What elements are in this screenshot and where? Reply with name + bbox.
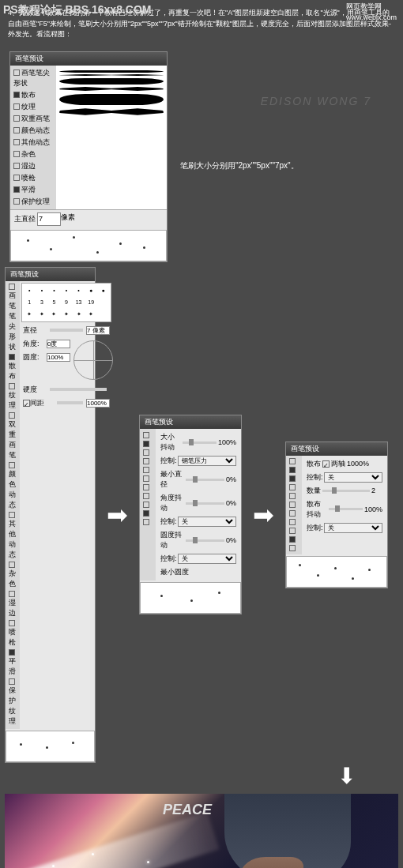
brush-tip-grid[interactable]: •••••●● 13591319 ✦✦✦✦✦✦ (21, 283, 111, 322)
brush-note: 笔刷大小分别用"2px""5px""7px"。 (177, 157, 302, 175)
diameter-input[interactable] (37, 212, 61, 226)
diameter-label: 主直径 (13, 212, 37, 226)
brush-stroke-preview (56, 66, 167, 209)
brush-tip-panel: 画笔预设 画笔笔尖形状 散布 纹理 双重画笔 颜色动态 其他动态 杂色 湿边 喷… (5, 267, 96, 763)
brush-scatter-preview (10, 230, 167, 261)
shape-dynamics-panel: 画笔预设 大小抖动100% 控制:钢笔压力 最小直径0% 角度抖动0% 控制:关… (139, 415, 242, 614)
site-overlay: PS教程论坛 BBS.16xx8.COM (3, 2, 152, 18)
arrow-right-icon: ➡ (247, 494, 281, 536)
watermark-top: 网页教学网www.webjx.com (346, 2, 397, 23)
diameter-unit: 像素 (61, 212, 75, 226)
panel-title: 画笔预设 (10, 52, 167, 66)
brush-options-list[interactable]: 画笔笔尖形状 散布 纹理 双重画笔 颜色动态 其他动态 杂色 湿边 喷枪 平滑 … (10, 66, 56, 209)
tip-diameter[interactable] (86, 326, 110, 335)
tip-options[interactable]: 画笔笔尖形状 散布 纹理 双重画笔 颜色动态 其他动态 杂色 湿边 喷枪 平滑 … (6, 281, 20, 729)
arrow-down-icon: ⬇ (0, 763, 403, 789)
result-image-1: PEACE (5, 794, 398, 869)
angle-crosshair[interactable] (73, 340, 113, 380)
watermark: EDISON WONG 7 (261, 95, 371, 107)
preview (6, 731, 95, 762)
brush-preset-panel: 画笔预设 画笔笔尖形状 散布 纹理 双重画笔 颜色动态 其他动态 杂色 湿边 喷… (9, 51, 168, 262)
arrow-right-icon: ➡ (100, 494, 134, 536)
scatter-panel: 画笔预设 散布两轴1000% 控制:关 数量2 散布抖动100% 控制:关 (285, 442, 388, 588)
